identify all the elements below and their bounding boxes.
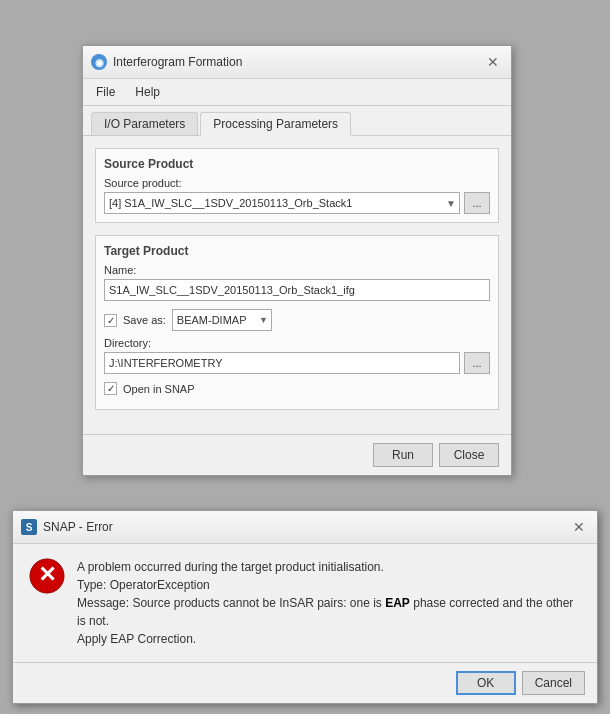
error-eap-highlight: EAP: [385, 596, 410, 610]
source-browse-button[interactable]: ...: [464, 192, 490, 214]
error-message-label: Message:: [77, 596, 129, 610]
error-dialog: S SNAP - Error ✕ ✕ A problem occurred du…: [12, 510, 598, 704]
close-button[interactable]: Close: [439, 443, 499, 467]
source-product-dropdown-wrapper: [4] S1A_IW_SLC__1SDV_20150113_Orb_Stack1…: [104, 192, 460, 214]
error-type-label: Type:: [77, 578, 106, 592]
error-content: ✕ A problem occurred during the target p…: [13, 544, 597, 662]
error-cancel-button[interactable]: Cancel: [522, 671, 585, 695]
main-dialog: ◉ Interferogram Formation ✕ File Help I/…: [82, 45, 512, 476]
save-as-checkbox[interactable]: [104, 314, 117, 327]
error-title-left: S SNAP - Error: [21, 519, 113, 535]
name-row: [104, 279, 490, 301]
title-bar-left: ◉ Interferogram Formation: [91, 54, 242, 70]
tab-io-parameters[interactable]: I/O Parameters: [91, 112, 198, 135]
error-line1: A problem occurred during the target pro…: [77, 558, 581, 576]
save-format-wrapper: BEAM-DIMAP ▼: [172, 309, 272, 331]
source-product-label: Source product:: [104, 177, 490, 189]
directory-row: ...: [104, 352, 490, 374]
tabs-container: I/O Parameters Processing Parameters: [83, 106, 511, 136]
open-in-snap-row: Open in SNAP: [104, 382, 490, 395]
source-product-row: [4] S1A_IW_SLC__1SDV_20150113_Orb_Stack1…: [104, 192, 490, 214]
save-as-row: Save as: BEAM-DIMAP ▼: [104, 309, 490, 331]
open-in-snap-checkbox[interactable]: [104, 382, 117, 395]
tab-processing-parameters[interactable]: Processing Parameters: [200, 112, 351, 136]
snap-logo-icon: S: [21, 519, 37, 535]
error-line2: Type: OperatorException: [77, 576, 581, 594]
svg-text:✕: ✕: [38, 562, 56, 587]
content-area: Source Product Source product: [4] S1A_I…: [83, 136, 511, 434]
source-product-header: Source Product: [104, 157, 490, 171]
error-message-part1: Source products cannot be InSAR pairs: o…: [132, 596, 385, 610]
directory-label: Directory:: [104, 337, 490, 349]
source-product-section: Source Product Source product: [4] S1A_I…: [95, 148, 499, 223]
bottom-buttons: Run Close: [83, 434, 511, 475]
error-icon: ✕: [29, 558, 65, 594]
open-in-snap-label: Open in SNAP: [123, 383, 195, 395]
menu-bar: File Help: [83, 79, 511, 106]
error-close-icon[interactable]: ✕: [569, 517, 589, 537]
error-message: A problem occurred during the target pro…: [77, 558, 581, 648]
error-dialog-title: SNAP - Error: [43, 520, 113, 534]
main-window-title: Interferogram Formation: [113, 55, 242, 69]
directory-input[interactable]: [104, 352, 460, 374]
main-title-bar: ◉ Interferogram Formation ✕: [83, 46, 511, 79]
file-menu[interactable]: File: [87, 81, 124, 103]
target-product-section: Target Product Name: Save as: BEAM-DIMAP…: [95, 235, 499, 410]
main-close-icon[interactable]: ✕: [483, 52, 503, 72]
error-line3: Message: Source products cannot be InSAR…: [77, 594, 581, 630]
error-ok-button[interactable]: OK: [456, 671, 516, 695]
error-dialog-buttons: OK Cancel: [13, 662, 597, 703]
name-label: Name:: [104, 264, 490, 276]
save-format-select[interactable]: BEAM-DIMAP: [172, 309, 272, 331]
directory-browse-button[interactable]: ...: [464, 352, 490, 374]
save-as-label: Save as:: [123, 314, 166, 326]
target-product-header: Target Product: [104, 244, 490, 258]
name-input[interactable]: [104, 279, 490, 301]
error-type-value: OperatorException: [110, 578, 210, 592]
run-button[interactable]: Run: [373, 443, 433, 467]
svg-text:S: S: [26, 522, 33, 533]
error-title-bar: S SNAP - Error ✕: [13, 511, 597, 544]
help-menu[interactable]: Help: [126, 81, 169, 103]
error-line4: Apply EAP Correction.: [77, 630, 581, 648]
source-product-dropdown[interactable]: [4] S1A_IW_SLC__1SDV_20150113_Orb_Stack1: [104, 192, 460, 214]
app-icon: ◉: [91, 54, 107, 70]
